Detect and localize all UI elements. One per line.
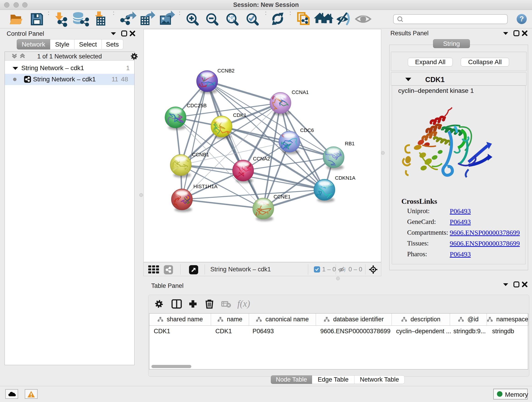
svg-text:CDC25B: CDC25B <box>187 103 207 108</box>
svg-text:RB1: RB1 <box>345 141 355 147</box>
svg-text:CCNB1: CCNB1 <box>192 152 209 157</box>
svg-text:HIST1H1A: HIST1H1A <box>193 184 217 189</box>
svg-text:CCNB2: CCNB2 <box>217 68 234 74</box>
svg-text:f(x): f(x) <box>237 299 250 309</box>
svg-text:CDK1: CDK1 <box>233 112 247 118</box>
svg-text:CCNE1: CCNE1 <box>273 194 291 200</box>
svg-text:CCNA2: CCNA2 <box>253 156 270 162</box>
svg-text:CCNA1: CCNA1 <box>292 89 309 95</box>
svg-text:CDC6: CDC6 <box>300 128 314 133</box>
svg-text:CDKN1A: CDKN1A <box>335 175 355 181</box>
